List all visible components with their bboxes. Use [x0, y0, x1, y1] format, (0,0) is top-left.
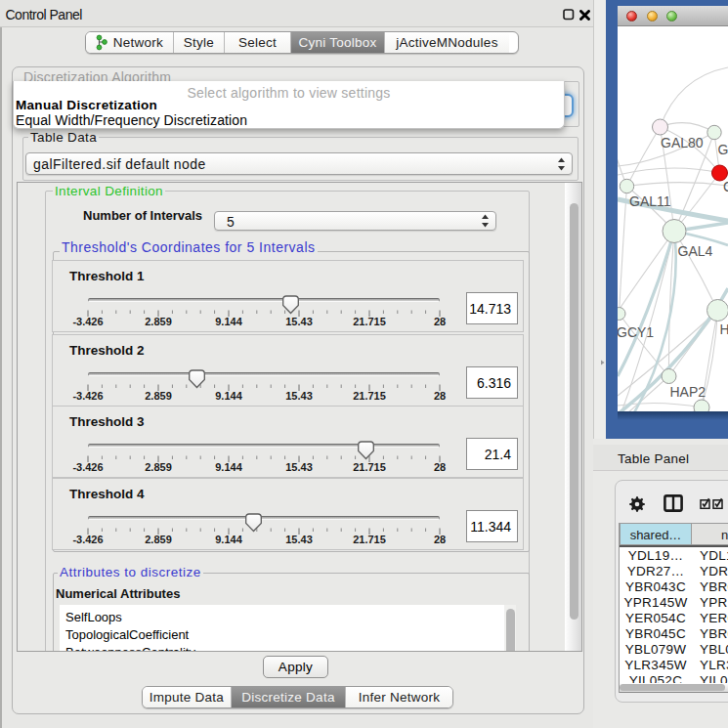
svg-text:GAL80: GAL80 — [661, 135, 704, 150]
svg-text:C: C — [723, 179, 728, 194]
svg-text:GAL4: GAL4 — [678, 243, 713, 259]
svg-text:GA: GA — [718, 142, 728, 157]
svg-text:HAP2: HAP2 — [670, 384, 707, 400]
svg-text:H: H — [720, 321, 728, 337]
svg-text:GCY1: GCY1 — [618, 324, 654, 340]
svg-text:GAL11: GAL11 — [629, 193, 671, 209]
